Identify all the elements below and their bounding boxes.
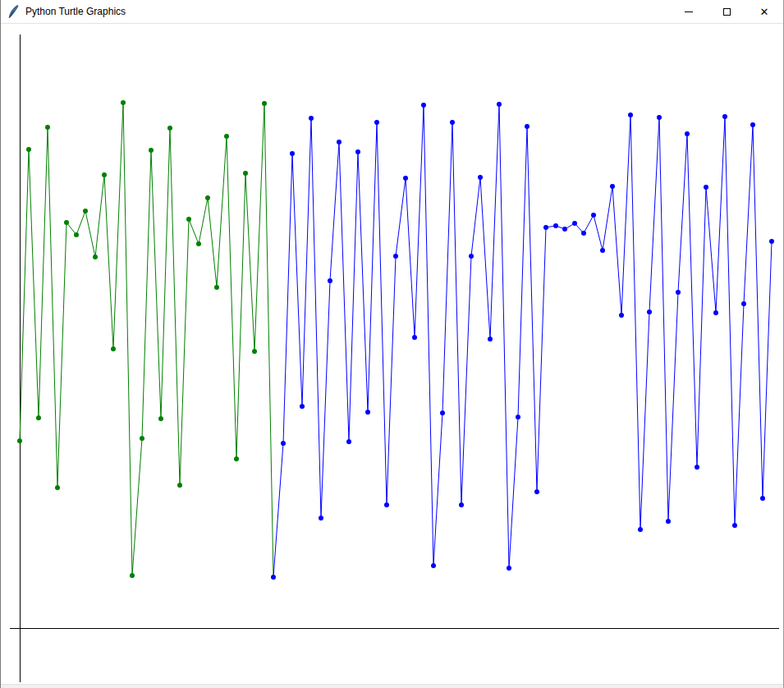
data-point-dot: [722, 114, 727, 119]
data-point-dot: [676, 290, 681, 295]
data-point-dot: [64, 220, 69, 225]
data-point-dot: [459, 502, 464, 507]
data-point-dot: [572, 221, 577, 226]
data-point-dot: [309, 116, 314, 121]
data-point-dot: [346, 439, 351, 444]
data-point-dot: [328, 278, 332, 283]
data-point-dot: [290, 151, 295, 156]
data-point-dot: [516, 415, 520, 420]
data-point-dot: [393, 254, 398, 259]
data-point-dot: [140, 436, 144, 441]
data-point-dot: [421, 103, 426, 108]
data-point-dot: [610, 184, 615, 189]
data-point-dot: [36, 415, 41, 420]
data-point-dot: [507, 566, 511, 571]
data-point-dot: [704, 185, 708, 190]
data-point-dot: [177, 483, 182, 488]
data-point-dot: [45, 125, 50, 130]
maximize-button[interactable]: [708, 0, 745, 23]
data-point-dot: [543, 225, 548, 230]
data-point-dot: [497, 102, 502, 107]
data-point-dot: [111, 346, 116, 351]
app-feather-icon: [7, 5, 19, 19]
titlebar[interactable]: Python Turtle Graphics ✕: [1, 0, 783, 24]
data-point-dot: [167, 126, 172, 131]
data-point-dot: [300, 404, 305, 409]
data-point-dot: [55, 485, 60, 490]
data-point-dot: [647, 310, 652, 314]
data-point-dot: [355, 149, 360, 154]
blue-segment-polyline: [273, 104, 772, 577]
data-point-dot: [252, 349, 257, 354]
data-point-dot: [553, 223, 558, 228]
data-point-dot: [384, 502, 389, 507]
data-point-dot: [158, 416, 163, 421]
turtle-chart-svg: [1, 24, 784, 684]
data-point-dot: [186, 217, 191, 222]
data-point-dot: [149, 148, 154, 153]
data-point-dot: [732, 523, 737, 528]
minimize-button[interactable]: [670, 0, 708, 23]
turtle-graphics-window: Python Turtle Graphics ✕: [0, 0, 784, 688]
maximize-icon: [723, 8, 731, 16]
data-point-dot: [224, 134, 229, 139]
data-point-dot: [130, 573, 135, 578]
data-point-dot: [657, 115, 662, 120]
data-point-dot: [234, 456, 239, 461]
data-point-dot: [562, 227, 567, 232]
data-point-dot: [412, 335, 417, 340]
data-point-dot: [214, 285, 219, 290]
data-point-dot: [262, 101, 267, 106]
data-point-dot: [534, 489, 539, 494]
data-point-dot: [741, 301, 746, 306]
data-point-dot: [17, 438, 22, 443]
data-point-dot: [121, 100, 126, 105]
data-point-dot: [102, 172, 107, 177]
data-point-dot: [440, 411, 445, 415]
data-point-dot: [365, 410, 370, 415]
window-title: Python Turtle Graphics: [25, 6, 670, 17]
data-point-dot: [525, 124, 530, 129]
data-point-dot: [431, 563, 436, 568]
data-point-dot: [713, 310, 718, 315]
data-point-dot: [628, 112, 633, 117]
data-point-dot: [281, 441, 286, 446]
data-point-dot: [685, 131, 690, 136]
data-point-dot: [591, 213, 596, 218]
data-point-dot: [271, 575, 276, 580]
data-point-dot: [196, 241, 201, 246]
data-point-dot: [666, 519, 671, 524]
data-point-dot: [581, 231, 586, 236]
data-point-dot: [750, 122, 755, 127]
data-point-dot: [769, 239, 774, 244]
data-point-dot: [337, 140, 342, 144]
data-point-dot: [205, 195, 210, 200]
close-button[interactable]: ✕: [745, 0, 783, 23]
window-bottom-edge: [1, 684, 783, 688]
data-point-dot: [319, 516, 323, 521]
window-controls: ✕: [670, 0, 783, 23]
data-point-dot: [74, 232, 79, 237]
close-icon: ✕: [760, 7, 769, 17]
data-point-dot: [243, 171, 248, 176]
data-point-dot: [695, 465, 699, 470]
data-point-dot: [619, 313, 624, 318]
green-segment-polyline: [20, 103, 273, 577]
data-point-dot: [83, 209, 88, 213]
minimize-icon: [685, 11, 693, 12]
turtle-canvas: [1, 24, 783, 684]
data-point-dot: [760, 496, 765, 501]
data-point-dot: [488, 337, 493, 342]
data-point-dot: [93, 255, 98, 259]
data-point-dot: [638, 527, 643, 532]
data-point-dot: [374, 120, 379, 125]
data-point-dot: [600, 248, 605, 253]
data-point-dot: [469, 254, 474, 259]
data-point-dot: [450, 120, 455, 125]
data-point-dot: [478, 175, 483, 180]
data-point-dot: [26, 147, 31, 152]
data-point-dot: [403, 176, 408, 181]
